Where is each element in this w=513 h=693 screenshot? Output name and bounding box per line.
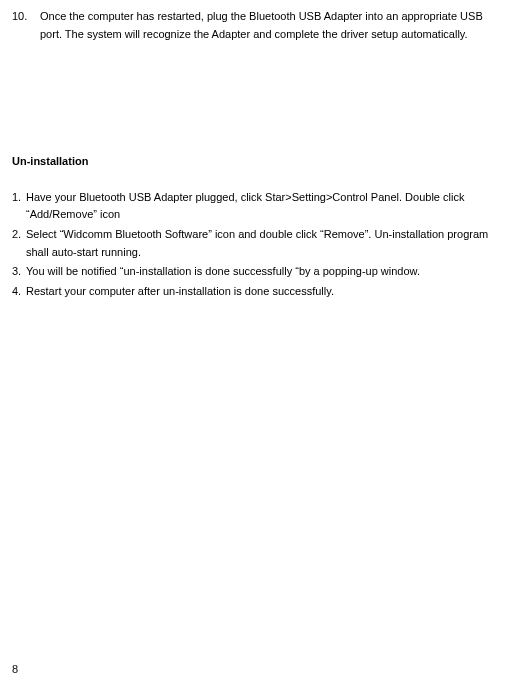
uninstall-heading: Un-installation: [12, 153, 501, 171]
uninstall-item-text: Select “Widcomm Bluetooth Software” icon…: [26, 226, 501, 261]
uninstall-item-text: Have your Bluetooth USB Adapter plugged,…: [26, 189, 501, 224]
uninstall-item: 4. Restart your computer after un-instal…: [12, 283, 501, 301]
install-step-number: 10.: [12, 8, 40, 43]
install-step-text: Once the computer has restarted, plug th…: [40, 8, 501, 43]
uninstall-item-number: 2.: [12, 226, 26, 261]
uninstall-item: 3. You will be notified “un-installation…: [12, 263, 501, 281]
uninstall-item: 2. Select “Widcomm Bluetooth Software” i…: [12, 226, 501, 261]
uninstall-item-number: 1.: [12, 189, 26, 224]
uninstall-list: 1. Have your Bluetooth USB Adapter plugg…: [12, 189, 501, 301]
uninstall-item: 1. Have your Bluetooth USB Adapter plugg…: [12, 189, 501, 224]
uninstall-item-text: Restart your computer after un-installat…: [26, 283, 501, 301]
install-step-10: 10. Once the computer has restarted, plu…: [12, 8, 501, 43]
uninstall-item-text: You will be notified “un-installation is…: [26, 263, 501, 281]
uninstall-item-number: 4.: [12, 283, 26, 301]
page-number: 8: [12, 661, 18, 679]
uninstall-item-number: 3.: [12, 263, 26, 281]
